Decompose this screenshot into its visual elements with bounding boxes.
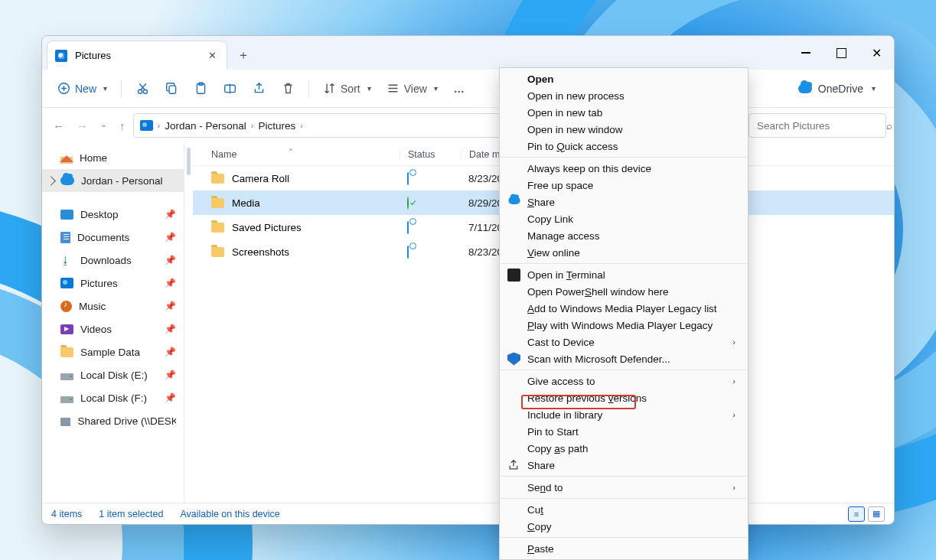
rename-button[interactable] — [217, 76, 243, 102]
sidebar-item-label: Music — [79, 301, 106, 312]
minimize-button[interactable] — [788, 36, 823, 70]
pin-icon: 📌 — [165, 347, 176, 357]
ctx-view-online[interactable]: View online — [500, 244, 748, 261]
ctx-restore-versions[interactable]: Restore previous versions — [500, 389, 748, 406]
ctx-copy-path[interactable]: Copy as path — [500, 440, 748, 457]
ctx-open-powershell[interactable]: Open PowerShell window here — [500, 283, 748, 300]
tab-close-button[interactable]: ✕ — [205, 49, 219, 63]
ctx-cut[interactable]: Cut — [500, 501, 748, 518]
ctx-share[interactable]: Share — [500, 194, 748, 210]
status-bar: 4 items 1 item selected Available on thi… — [42, 503, 894, 524]
sidebar-item-label: Jordan - Personal — [81, 175, 163, 187]
ctx-always-keep[interactable]: Always keep on this device — [500, 160, 748, 177]
pin-icon: 📌 — [165, 301, 176, 311]
sidebar-item-music[interactable]: Music 📌 — [42, 295, 184, 317]
ctx-cast[interactable]: Cast to Device› — [500, 334, 748, 350]
sidebar-item-shared[interactable]: Shared Drive (\\DESKTOP- — [42, 409, 184, 432]
sidebar-item-desktop[interactable]: Desktop 📌 — [42, 203, 184, 226]
videos-icon — [60, 324, 73, 334]
status-items: 4 items — [51, 509, 82, 519]
ctx-defender[interactable]: Scan with Microsoft Defender... — [500, 350, 748, 367]
ctx-copy[interactable]: Copy — [500, 518, 748, 535]
sidebar-item-drive-e[interactable]: Local Disk (E:) 📌 — [42, 363, 184, 386]
sidebar-item-downloads[interactable]: ⭳ Downloads 📌 — [42, 249, 184, 272]
delete-button[interactable] — [275, 76, 301, 102]
ctx-free-space[interactable]: Free up space — [500, 177, 748, 194]
drive-icon — [60, 373, 73, 380]
ctx-wmp-add[interactable]: Add to Windows Media Player Legacy list — [500, 300, 748, 317]
sidebar-item-personal[interactable]: Jordan - Personal — [42, 169, 184, 192]
sidebar-item-sampledata[interactable]: Sample Data 📌 — [42, 340, 184, 363]
status-cloud-icon — [407, 246, 409, 259]
breadcrumb-pictures[interactable]: Pictures — [258, 120, 295, 132]
pane-divider[interactable] — [184, 143, 193, 503]
maximize-button[interactable] — [823, 36, 859, 70]
drive-icon — [60, 396, 73, 403]
ctx-manage-access[interactable]: Manage access — [500, 227, 748, 244]
desktop-icon — [60, 210, 73, 220]
sidebar-item-videos[interactable]: Videos 📌 — [42, 317, 184, 340]
onedrive-button[interactable]: OneDrive ▾ — [789, 83, 885, 95]
ctx-include-library[interactable]: Include in library› — [500, 406, 748, 423]
ctx-open-process[interactable]: Open in new process — [500, 87, 748, 104]
ctx-open[interactable]: Open — [500, 70, 748, 87]
copy-button[interactable] — [158, 76, 184, 102]
new-tab-button[interactable]: ＋ — [232, 44, 255, 67]
share-button[interactable] — [246, 76, 272, 102]
ctx-open-window[interactable]: Open in new window — [500, 121, 748, 138]
sidebar-item-drive-f[interactable]: Local Disk (F:) 📌 — [42, 386, 184, 409]
thumbnails-view-button[interactable]: ▦ — [868, 506, 885, 522]
pin-icon: 📌 — [165, 324, 176, 334]
cut-button[interactable] — [129, 76, 155, 102]
pictures-icon — [140, 120, 153, 131]
ctx-copy-link[interactable]: Copy Link — [500, 210, 748, 227]
paste-button[interactable] — [188, 76, 214, 102]
chevron-right-icon: › — [158, 121, 161, 130]
svg-point-2 — [143, 90, 147, 93]
tab-pictures[interactable]: Pictures ✕ — [47, 41, 227, 70]
chevron-down-icon: ▾ — [434, 84, 438, 93]
ctx-share2[interactable]: Share — [500, 457, 748, 474]
column-name[interactable]: Name ⌃ — [211, 149, 400, 160]
search-input[interactable] — [757, 120, 886, 132]
ctx-sendto[interactable]: Send to› — [500, 479, 748, 496]
sidebar-item-label: Pictures — [80, 278, 118, 289]
cloud-icon — [60, 176, 74, 185]
chevron-down-icon: ▾ — [872, 84, 876, 93]
pin-icon: 📌 — [165, 209, 176, 220]
onedrive-label: OneDrive — [818, 83, 863, 95]
downloads-icon: ⭳ — [60, 255, 73, 266]
forward-button[interactable]: → — [77, 119, 88, 132]
ctx-paste[interactable]: Paste — [500, 540, 748, 557]
ctx-open-terminal[interactable]: Open in Terminal — [500, 266, 748, 283]
details-view-button[interactable]: ≡ — [848, 506, 865, 522]
ctx-pin-quick[interactable]: Pin to Quick access — [500, 138, 748, 155]
ctx-open-tab[interactable]: Open in new tab — [500, 104, 748, 121]
more-button[interactable]: … — [447, 76, 473, 102]
up-button[interactable]: ↑ — [119, 119, 126, 132]
recent-button[interactable]: ⌄ — [100, 119, 107, 132]
column-status[interactable]: Status — [400, 149, 461, 160]
new-button[interactable]: New ▾ — [51, 76, 113, 102]
ctx-wmp-play[interactable]: Play with Windows Media Player Legacy — [500, 317, 748, 334]
status-cloud-icon — [407, 221, 409, 234]
sidebar-item-label: Documents — [77, 232, 129, 243]
status-cloud-icon — [407, 172, 409, 185]
breadcrumb-root[interactable]: Jordan - Personal — [165, 120, 246, 132]
sort-label: Sort — [341, 83, 360, 95]
folder-icon — [211, 247, 224, 257]
pin-icon: 📌 — [165, 370, 176, 380]
ctx-pin-start[interactable]: Pin to Start — [500, 423, 748, 440]
search-box[interactable]: ⌕ — [748, 113, 886, 138]
home-icon — [60, 152, 73, 164]
status-avail: Available on this device — [180, 509, 279, 519]
close-window-button[interactable]: ✕ — [859, 36, 894, 70]
nav-row: ← → ⌄ ↑ › Jordan - Personal › Pictures ›… — [42, 108, 894, 143]
ctx-give-access[interactable]: Give access to› — [500, 373, 748, 389]
sidebar-item-documents[interactable]: Documents 📌 — [42, 226, 184, 249]
view-button[interactable]: View ▾ — [380, 76, 444, 102]
back-button[interactable]: ← — [53, 119, 64, 132]
sidebar-item-pictures[interactable]: Pictures 📌 — [42, 272, 184, 295]
sort-button[interactable]: Sort ▾ — [317, 76, 377, 102]
sidebar-item-home[interactable]: Home — [42, 146, 184, 169]
